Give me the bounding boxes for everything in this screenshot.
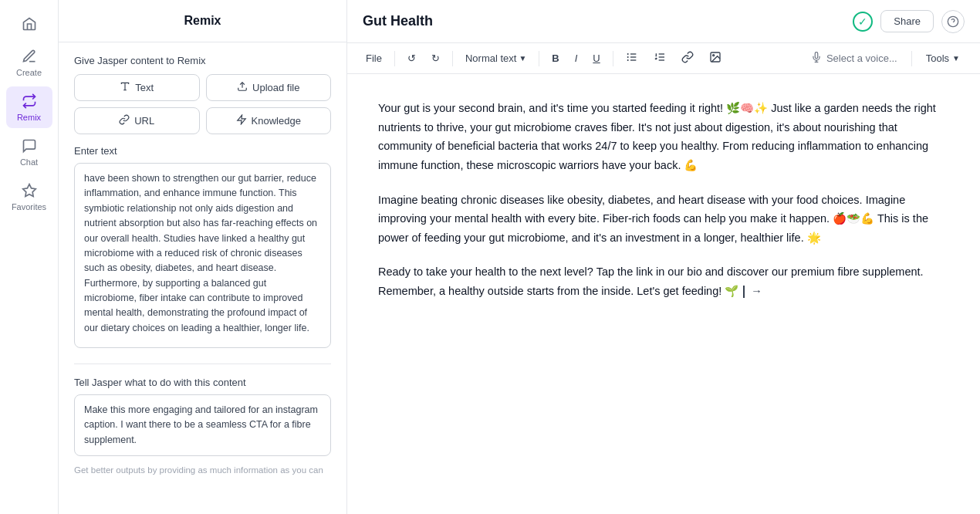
tools-button[interactable]: Tools ▼ — [918, 49, 968, 67]
text-button[interactable]: Text — [74, 74, 200, 101]
link-button[interactable] — [675, 48, 700, 69]
home-icon — [21, 15, 38, 32]
hint-text: Get better outputs by providing as much … — [74, 465, 331, 475]
svg-point-10 — [627, 53, 628, 55]
upload-button-label: Upload file — [252, 82, 299, 93]
text-icon — [120, 81, 130, 94]
sidebar-favorites-label: Favorites — [12, 202, 46, 211]
tools-label: Tools — [926, 52, 949, 64]
numbered-list-button[interactable] — [647, 48, 672, 69]
middle-header-title: Remix — [59, 0, 346, 42]
url-icon — [119, 114, 130, 127]
numbered-list-icon — [654, 51, 666, 66]
tools-chevron-icon: ▼ — [952, 54, 960, 63]
knowledge-button-label: Knowledge — [252, 115, 301, 127]
tell-label: Tell Jasper what to do with this content — [74, 377, 331, 388]
give-content-label: Give Jasper content to Remix — [74, 55, 331, 66]
toolbar-divider-3 — [539, 51, 539, 66]
text-cursor — [743, 286, 745, 298]
toolbar-divider-1 — [394, 51, 395, 66]
chat-icon — [21, 137, 38, 154]
content-paragraph-3: Ready to take your health to the next le… — [378, 262, 949, 300]
enter-text-label: Enter text — [74, 145, 331, 157]
tell-jasper-input[interactable]: Make this more engaging and tailored for… — [74, 394, 331, 456]
content-paragraph-3-text: Ready to take your health to the next le… — [378, 265, 924, 297]
header-actions: ✓ Share — [853, 10, 965, 33]
bullet-list-button[interactable] — [620, 48, 644, 69]
create-icon — [21, 48, 38, 65]
url-button[interactable]: URL — [74, 107, 200, 134]
editor-toolbar: File ↺ ↻ Normal text ▼ B I U — [347, 43, 980, 74]
underline-icon: U — [593, 52, 600, 64]
file-button[interactable]: File — [360, 49, 388, 67]
italic-icon: I — [575, 52, 578, 64]
upload-button[interactable]: Upload file — [206, 74, 332, 101]
remix-icon — [21, 93, 38, 110]
svg-marker-4 — [237, 115, 245, 124]
link-icon — [681, 51, 694, 66]
bullet-list-icon — [626, 51, 638, 66]
bold-icon: B — [552, 52, 559, 64]
toolbar-divider-5 — [911, 51, 912, 66]
voice-icon — [811, 52, 822, 65]
text-button-label: Text — [135, 82, 154, 93]
arrow-icon: → — [751, 285, 762, 297]
undo-icon: ↺ — [407, 52, 416, 64]
main-header: Gut Health ✓ Share — [347, 0, 980, 43]
content-paragraph-1: Your gut is your second brain, and it's … — [378, 99, 949, 175]
help-button[interactable] — [941, 10, 965, 33]
share-button[interactable]: Share — [880, 10, 934, 32]
image-button[interactable] — [703, 48, 728, 69]
bold-button[interactable]: B — [546, 49, 565, 67]
url-button-label: URL — [134, 115, 154, 127]
svg-point-17 — [712, 55, 714, 56]
sidebar-remix-label: Remix — [17, 113, 41, 122]
italic-button[interactable]: I — [569, 49, 584, 67]
svg-marker-0 — [22, 184, 35, 197]
sidebar-create-label: Create — [16, 68, 42, 77]
enter-text-input[interactable]: have been shown to strengthen our gut ba… — [74, 163, 331, 348]
divider — [74, 364, 331, 364]
underline-button[interactable]: U — [586, 49, 606, 67]
favorites-icon — [21, 182, 38, 199]
toolbar-divider-4 — [613, 51, 613, 66]
page-title: Gut Health — [363, 13, 433, 29]
content-type-grid: Text Upload file URL Knowledge — [74, 74, 331, 134]
sidebar-item-chat[interactable]: Chat — [6, 131, 52, 173]
sidebar: Create Remix Chat Favorites — [0, 0, 59, 514]
sidebar-item-home[interactable] — [6, 9, 52, 39]
main-content: Gut Health ✓ Share File ↺ ↻ Normal text … — [347, 0, 980, 514]
redo-button[interactable]: ↻ — [425, 49, 446, 67]
svg-point-11 — [627, 56, 628, 58]
image-icon — [709, 51, 721, 66]
sidebar-item-create[interactable]: Create — [6, 42, 52, 83]
select-voice-label: Select a voice... — [826, 52, 897, 64]
check-status-icon: ✓ — [853, 12, 873, 32]
svg-point-12 — [627, 59, 628, 61]
sidebar-item-favorites[interactable]: Favorites — [6, 176, 52, 218]
text-style-label: Normal text — [465, 52, 516, 64]
content-area: Your gut is your second brain, and it's … — [347, 74, 980, 514]
select-voice-button[interactable]: Select a voice... — [803, 49, 905, 68]
middle-panel: Remix Give Jasper content to Remix Text … — [59, 0, 347, 514]
knowledge-icon — [236, 114, 247, 127]
sidebar-item-remix[interactable]: Remix — [6, 86, 52, 128]
upload-icon — [237, 81, 248, 94]
redo-icon: ↻ — [431, 52, 440, 64]
chevron-down-icon: ▼ — [519, 54, 526, 63]
toolbar-divider-2 — [452, 51, 453, 66]
text-style-button[interactable]: Normal text ▼ — [459, 49, 532, 67]
sidebar-chat-label: Chat — [20, 157, 38, 167]
middle-body: Give Jasper content to Remix Text Upload… — [59, 42, 346, 514]
undo-button[interactable]: ↺ — [401, 49, 422, 67]
knowledge-button[interactable]: Knowledge — [206, 107, 332, 134]
content-paragraph-2: Imagine beating chronic diseases like ob… — [378, 191, 949, 248]
